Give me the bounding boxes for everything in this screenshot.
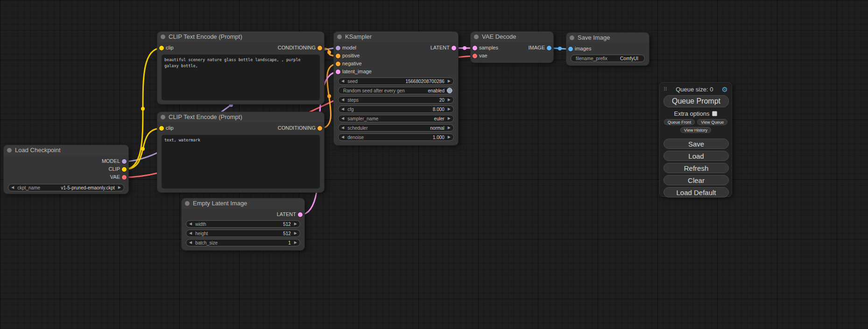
clip-input-port[interactable] bbox=[159, 46, 164, 50]
conditioning-output-port[interactable] bbox=[318, 126, 322, 131]
arrow-left-icon[interactable]: ◀ bbox=[341, 126, 344, 130]
collapse-toggle-icon[interactable] bbox=[570, 35, 574, 40]
positive-input-port[interactable] bbox=[336, 54, 340, 58]
arrow-left-icon[interactable]: ◀ bbox=[341, 117, 344, 120]
collapse-toggle-icon[interactable] bbox=[474, 35, 479, 39]
wire-samples-midpoint-dot bbox=[463, 46, 466, 50]
filename-prefix-widget[interactable]: filename_prefix ComfyUI bbox=[571, 55, 645, 62]
clip-output-port[interactable] bbox=[122, 167, 127, 172]
node-ksampler[interactable]: KSampler model LATENT positive negative … bbox=[334, 32, 458, 145]
arrow-right-icon[interactable]: ▶ bbox=[448, 126, 451, 130]
node-clip-text-encode-positive[interactable]: CLIP Text Encode (Prompt) clip CONDITION… bbox=[157, 32, 324, 104]
queue-front-button[interactable]: Queue Front bbox=[664, 119, 695, 125]
slot-row: negative bbox=[334, 60, 458, 68]
slot-row: CLIP bbox=[4, 165, 128, 173]
widget-label: width bbox=[195, 222, 206, 227]
arrow-right-icon[interactable]: ▶ bbox=[448, 117, 451, 120]
arrow-left-icon[interactable]: ◀ bbox=[11, 186, 14, 189]
random-seed-toggle[interactable]: Random seed after every gen enabled bbox=[338, 87, 454, 94]
node-save-image[interactable]: Save Image images filename_prefix ComfyU… bbox=[566, 33, 649, 65]
node-load-checkpoint[interactable]: Load Checkpoint MODEL CLIP VAE ◀ ckpt_na… bbox=[4, 145, 128, 194]
wire-clip-positive bbox=[124, 48, 162, 169]
collapse-toggle-icon[interactable] bbox=[185, 201, 190, 206]
latent-image-input-port[interactable] bbox=[336, 70, 340, 74]
collapse-toggle-icon[interactable] bbox=[7, 148, 12, 153]
slot-row: LATENT bbox=[182, 210, 304, 218]
denoise-widget[interactable]: ◀ denoise 1.000 ▶ bbox=[338, 133, 454, 141]
node-title-bar: Save Image bbox=[566, 33, 649, 43]
widget-label: Random seed after every gen bbox=[343, 88, 405, 93]
arrow-left-icon[interactable]: ◀ bbox=[189, 222, 192, 226]
sampler-name-widget[interactable]: ◀ sampler_name euler ▶ bbox=[338, 115, 454, 122]
widget-value: 156680208700286 bbox=[405, 79, 444, 84]
steps-widget[interactable]: ◀ steps 20 ▶ bbox=[338, 96, 454, 104]
image-output-port[interactable] bbox=[547, 46, 551, 50]
widget-value: 512 bbox=[283, 231, 291, 236]
refresh-button[interactable]: Refresh bbox=[663, 163, 729, 173]
arrow-left-icon[interactable]: ◀ bbox=[341, 107, 344, 111]
images-input-port[interactable] bbox=[568, 47, 573, 51]
collapse-toggle-icon[interactable] bbox=[161, 35, 165, 39]
settings-gear-icon[interactable]: ⚙ bbox=[722, 86, 728, 93]
queue-prompt-button[interactable]: Queue Prompt bbox=[663, 95, 729, 107]
conditioning-output-port[interactable] bbox=[318, 46, 322, 50]
node-clip-text-encode-negative[interactable]: CLIP Text Encode (Prompt) clip CONDITION… bbox=[157, 112, 324, 192]
ckpt-name-widget[interactable]: ◀ ckpt_name v1-5-pruned-emaonly.ckpt ▶ bbox=[8, 184, 124, 191]
widget-value: 1 bbox=[288, 240, 291, 245]
negative-prompt-textarea[interactable]: text, watermark bbox=[162, 135, 320, 189]
collapse-toggle-icon[interactable] bbox=[161, 115, 165, 119]
wire-image-midpoint-dot bbox=[558, 47, 562, 50]
node-vae-decode[interactable]: VAE Decode samples IMAGE vae bbox=[471, 32, 553, 63]
arrow-left-icon[interactable]: ◀ bbox=[341, 135, 344, 139]
model-input-port[interactable] bbox=[336, 46, 340, 50]
negative-input-port[interactable] bbox=[336, 62, 340, 66]
arrow-left-icon[interactable]: ◀ bbox=[189, 241, 192, 245]
arrow-right-icon[interactable]: ▶ bbox=[118, 186, 121, 189]
width-widget[interactable]: ◀ width 512 ▶ bbox=[186, 220, 300, 228]
save-button[interactable]: Save bbox=[663, 139, 729, 149]
arrow-right-icon[interactable]: ▶ bbox=[294, 231, 297, 235]
queue-panel-header: ⠿ Queue size: 0 ⚙ bbox=[663, 85, 728, 93]
cfg-widget[interactable]: ◀ cfg 8.000 ▶ bbox=[338, 105, 454, 113]
arrow-right-icon[interactable]: ▶ bbox=[448, 98, 451, 102]
seed-widget[interactable]: ◀ seed 156680208700286 ▶ bbox=[338, 77, 454, 85]
scheduler-widget[interactable]: ◀ scheduler normal ▶ bbox=[338, 124, 454, 132]
node-title-bar: CLIP Text Encode (Prompt) bbox=[157, 32, 324, 42]
vae-input-port[interactable] bbox=[473, 54, 477, 58]
widget-value: 8.000 bbox=[433, 107, 445, 112]
arrow-right-icon[interactable]: ▶ bbox=[294, 222, 297, 226]
view-queue-button[interactable]: View Queue bbox=[697, 119, 727, 125]
clip-input-port[interactable] bbox=[159, 126, 164, 131]
load-button[interactable]: Load bbox=[663, 151, 729, 161]
vae-output-port[interactable] bbox=[122, 175, 127, 180]
input-label-vae: vae bbox=[479, 52, 487, 60]
arrow-right-icon[interactable]: ▶ bbox=[448, 135, 451, 139]
queue-panel: ⠿ Queue size: 0 ⚙ Queue Prompt Extra opt… bbox=[659, 82, 732, 197]
extra-options-checkbox[interactable] bbox=[712, 111, 717, 116]
output-label-conditioning: CONDITIONING bbox=[278, 44, 316, 52]
latent-output-port[interactable] bbox=[452, 46, 456, 50]
node-empty-latent-image[interactable]: Empty Latent Image LATENT ◀ width 512 ▶ … bbox=[182, 198, 304, 250]
arrow-right-icon[interactable]: ▶ bbox=[294, 241, 297, 245]
node-graph-canvas[interactable]: Load Checkpoint MODEL CLIP VAE ◀ ckpt_na… bbox=[0, 0, 868, 329]
input-label-clip: clip bbox=[166, 124, 174, 132]
arrow-left-icon[interactable]: ◀ bbox=[189, 231, 192, 235]
samples-input-port[interactable] bbox=[473, 46, 477, 50]
arrow-left-icon[interactable]: ◀ bbox=[341, 98, 344, 102]
positive-prompt-textarea[interactable]: beautiful scenery nature glass bottle la… bbox=[162, 55, 320, 100]
clear-button[interactable]: Clear bbox=[663, 175, 729, 185]
collapse-toggle-icon[interactable] bbox=[337, 35, 342, 39]
model-output-port[interactable] bbox=[122, 159, 127, 164]
batch-size-widget[interactable]: ◀ batch_size 1 ▶ bbox=[186, 239, 300, 246]
toggle-knob-icon[interactable] bbox=[447, 88, 452, 93]
load-default-button[interactable]: Load Default bbox=[663, 187, 729, 197]
arrow-right-icon[interactable]: ▶ bbox=[448, 79, 451, 83]
widget-value: 1.000 bbox=[433, 135, 445, 140]
arrow-right-icon[interactable]: ▶ bbox=[448, 107, 451, 111]
arrow-left-icon[interactable]: ◀ bbox=[341, 79, 344, 83]
view-history-button[interactable]: View History bbox=[680, 127, 711, 133]
node-title: CLIP Text Encode (Prompt) bbox=[169, 113, 242, 120]
height-widget[interactable]: ◀ height 512 ▶ bbox=[186, 230, 300, 237]
drag-handle-icon[interactable]: ⠿ bbox=[663, 86, 667, 92]
latent-output-port[interactable] bbox=[298, 212, 303, 217]
